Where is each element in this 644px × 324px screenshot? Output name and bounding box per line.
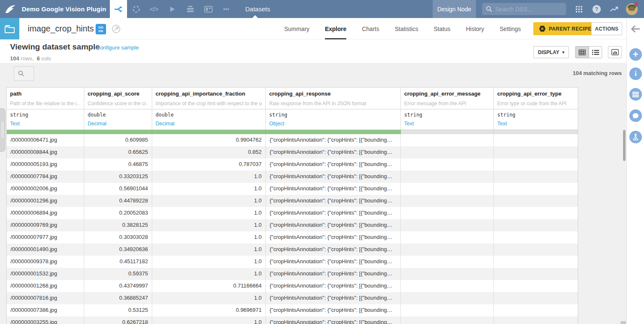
cell-cropping_api_score[interactable]: 0.34920636 bbox=[84, 244, 152, 256]
cell-cropping_api_importance_fraction[interactable]: 0.9904762 bbox=[152, 134, 266, 146]
cell-cropping_api_importance_fraction[interactable]: 1.0 bbox=[152, 244, 266, 256]
collapse-panel-button[interactable] bbox=[627, 24, 644, 34]
lab-icon[interactable] bbox=[127, 0, 145, 18]
cell-cropping_api_error_message[interactable] bbox=[401, 231, 494, 244]
table-view-button[interactable] bbox=[576, 47, 589, 58]
mini-chart-button[interactable] bbox=[608, 46, 622, 58]
column-header-cropping_api_response[interactable]: cropping_api_responseRaw response from t… bbox=[266, 88, 401, 109]
cell-cropping_api_score[interactable]: 0.20052083 bbox=[84, 207, 152, 219]
trend-icon[interactable] bbox=[605, 0, 623, 18]
cell-cropping_api_response[interactable]: {"cropHintsAnnotation": {"cropHints": [{… bbox=[266, 292, 401, 304]
table-row[interactable]: /000000008844.jpg0.656250.852{"cropHints… bbox=[7, 146, 578, 158]
cell-cropping_api_score[interactable]: 0.65625 bbox=[84, 146, 152, 158]
cell-path[interactable]: /000000003255.jpg bbox=[7, 316, 84, 324]
cell-cropping_api_error_type[interactable] bbox=[494, 304, 578, 316]
column-name[interactable]: cropping_api_error_message bbox=[404, 91, 490, 97]
cell-cropping_api_error_message[interactable] bbox=[401, 292, 494, 304]
cell-cropping_api_error_type[interactable] bbox=[494, 134, 578, 146]
cell-cropping_api_response[interactable]: {"cropHintsAnnotation": {"cropHints": [{… bbox=[266, 268, 401, 280]
table-row[interactable]: /000000007977.jpg0.303030281.0{"cropHint… bbox=[7, 231, 578, 244]
cell-cropping_api_error_message[interactable] bbox=[401, 146, 494, 158]
cell-cropping_api_error_type[interactable] bbox=[494, 158, 578, 171]
gdpr-badge[interactable]: GD PR bbox=[96, 24, 106, 34]
validity-bar-cropping_api_response[interactable] bbox=[266, 130, 401, 134]
column-name[interactable]: cropping_api_response bbox=[269, 91, 397, 97]
meaning-link[interactable]: Decimal bbox=[156, 121, 262, 127]
validity-bar-cropping_api_score[interactable] bbox=[84, 130, 152, 134]
table-search-box[interactable] bbox=[14, 66, 34, 81]
table-row[interactable]: /000000001296.jpg0.447892281.0{"cropHint… bbox=[7, 195, 578, 207]
cell-cropping_api_response[interactable]: {"cropHintsAnnotation": {"cropHints": [{… bbox=[266, 256, 401, 268]
jobs-stack-icon[interactable] bbox=[181, 0, 199, 18]
column-header-cropping_api_importance_fraction[interactable]: cropping_api_importance_fractionImportan… bbox=[152, 88, 266, 109]
validity-bar-cropping_api_importance_fraction[interactable] bbox=[152, 130, 266, 134]
cell-cropping_api_score[interactable]: 0.56901044 bbox=[84, 183, 152, 195]
table-row[interactable]: /000000001532.jpg0.593751.0{"cropHintsAn… bbox=[7, 268, 578, 280]
info-button[interactable]: i bbox=[629, 67, 642, 80]
cell-path[interactable]: /000000009769.jpg bbox=[7, 219, 84, 231]
project-home[interactable]: Demo Google Vision Plugin bbox=[5, 0, 106, 18]
validity-bar-cropping_api_error_type[interactable] bbox=[494, 130, 578, 134]
cell-cropping_api_error_type[interactable] bbox=[494, 207, 578, 219]
meaning-link[interactable]: Decimal bbox=[88, 121, 148, 127]
run-jobs-icon[interactable] bbox=[163, 0, 181, 18]
cell-path[interactable]: /000000009378.jpg bbox=[7, 256, 84, 268]
current-section-label[interactable]: Datasets bbox=[245, 0, 270, 18]
cell-cropping_api_response[interactable]: {"cropHintsAnnotation": {"cropHints": [{… bbox=[266, 171, 401, 183]
cell-path[interactable]: /000000007977.jpg bbox=[7, 231, 84, 244]
cell-cropping_api_response[interactable]: {"cropHintsAnnotation": {"cropHints": [{… bbox=[266, 183, 401, 195]
left-panel-handle[interactable] bbox=[0, 108, 5, 152]
cell-cropping_api_score[interactable]: 0.609985 bbox=[84, 134, 152, 146]
cell-cropping_api_error_message[interactable] bbox=[401, 207, 494, 219]
table-row[interactable]: /000000007386.jpg0.531250.9696971{"cropH… bbox=[7, 304, 578, 316]
cell-cropping_api_error_message[interactable] bbox=[401, 256, 494, 268]
project-name[interactable]: Demo Google Vision Plugin bbox=[22, 5, 106, 13]
cell-cropping_api_score[interactable]: 0.6267218 bbox=[84, 316, 152, 324]
cell-path[interactable]: /000000007386.jpg bbox=[7, 304, 84, 316]
cell-path[interactable]: /000000001296.jpg bbox=[7, 195, 84, 207]
meaning-link[interactable]: Text bbox=[497, 121, 574, 127]
validity-bar-path[interactable] bbox=[7, 130, 84, 134]
cell-cropping_api_error_message[interactable] bbox=[401, 268, 494, 280]
design-node-button[interactable]: Design Node bbox=[433, 0, 476, 18]
cell-cropping_api_score[interactable]: 0.43749997 bbox=[84, 280, 152, 292]
tab-summary[interactable]: Summary bbox=[284, 18, 309, 39]
cell-cropping_api_importance_fraction[interactable]: 1.0 bbox=[152, 219, 266, 231]
cell-cropping_api_error_type[interactable] bbox=[494, 244, 578, 256]
lab-button[interactable] bbox=[629, 131, 642, 143]
cell-cropping_api_importance_fraction[interactable]: 0.71166664 bbox=[152, 280, 266, 292]
table-row[interactable]: /000000005193.jpg0.468750.787037{"cropHi… bbox=[7, 158, 578, 171]
cell-cropping_api_score[interactable]: 0.3828125 bbox=[84, 219, 152, 231]
actions-button[interactable]: ACTIONS bbox=[591, 22, 622, 35]
cell-path[interactable]: /000000007784.jpg bbox=[7, 171, 84, 183]
list-view-button[interactable] bbox=[589, 47, 602, 58]
cell-cropping_api_error_type[interactable] bbox=[494, 316, 578, 324]
cell-cropping_api_response[interactable]: {"cropHintsAnnotation": {"cropHints": [{… bbox=[266, 304, 401, 316]
cell-cropping_api_error_message[interactable] bbox=[401, 183, 494, 195]
column-name[interactable]: cropping_api_error_type bbox=[497, 91, 574, 97]
cell-cropping_api_importance_fraction[interactable]: 1.0 bbox=[152, 183, 266, 195]
cell-cropping_api_error_type[interactable] bbox=[494, 268, 578, 280]
column-name[interactable]: cropping_api_score bbox=[88, 91, 148, 97]
cell-cropping_api_response[interactable]: {"cropHintsAnnotation": {"cropHints": [{… bbox=[266, 219, 401, 231]
table-row[interactable]: /000000006471.jpg0.6099850.9904762{"crop… bbox=[7, 134, 578, 146]
add-button[interactable]: + bbox=[629, 48, 642, 61]
cell-cropping_api_score[interactable]: 0.53125 bbox=[84, 304, 152, 316]
cell-cropping_api_response[interactable]: {"cropHintsAnnotation": {"cropHints": [{… bbox=[266, 158, 401, 171]
help-icon[interactable]: ? bbox=[588, 0, 605, 18]
dashboard-icon[interactable] bbox=[199, 0, 217, 18]
user-avatar[interactable] bbox=[623, 0, 641, 18]
cell-cropping_api_error_type[interactable] bbox=[494, 171, 578, 183]
table-row[interactable]: /000000007784.jpg0.332031251.0{"cropHint… bbox=[7, 171, 578, 183]
cell-cropping_api_error_message[interactable] bbox=[401, 219, 494, 231]
cell-cropping_api_score[interactable]: 0.44789228 bbox=[84, 195, 152, 207]
cell-cropping_api_error_type[interactable] bbox=[494, 183, 578, 195]
table-row[interactable]: /000000001268.jpg0.437499970.71166664{"c… bbox=[7, 280, 578, 292]
cell-cropping_api_score[interactable]: 0.59375 bbox=[84, 268, 152, 280]
cell-cropping_api_response[interactable]: {"cropHintsAnnotation": {"cropHints": [{… bbox=[266, 316, 401, 324]
cell-path[interactable]: /000000001532.jpg bbox=[7, 268, 84, 280]
cell-cropping_api_response[interactable]: {"cropHintsAnnotation": {"cropHints": [{… bbox=[266, 244, 401, 256]
cell-cropping_api_importance_fraction[interactable]: 1.0 bbox=[152, 292, 266, 304]
cell-cropping_api_score[interactable]: 0.36885247 bbox=[84, 292, 152, 304]
cell-cropping_api_importance_fraction[interactable]: 1.0 bbox=[152, 231, 266, 244]
